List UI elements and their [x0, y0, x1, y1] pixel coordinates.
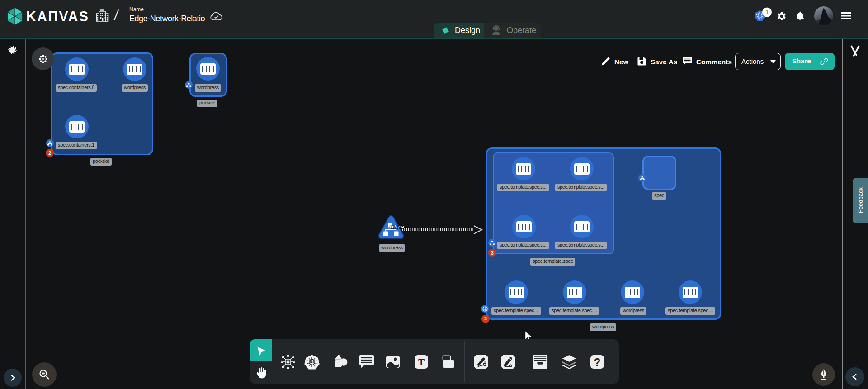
svg-text:?: ?: [594, 356, 601, 368]
svg-text:1: 1: [765, 9, 769, 16]
svg-text:T: T: [418, 357, 425, 368]
